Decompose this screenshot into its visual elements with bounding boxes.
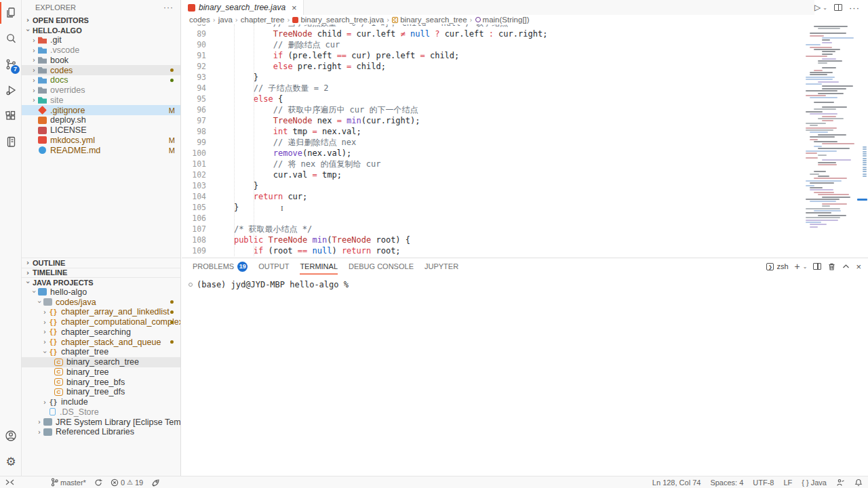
tree-item-overrides[interactable]: ›overrides	[22, 85, 180, 96]
code-line-93[interactable]: 93 }	[182, 72, 804, 83]
tree-item--vscode[interactable]: ›.vscode	[22, 45, 180, 56]
panel-tab-debug-console[interactable]: DEBUG CONSOLE	[349, 258, 414, 274]
panel-tab-output[interactable]: OUTPUT	[258, 258, 289, 274]
tree-item-hello-algo[interactable]: ›hello-algo	[22, 287, 180, 298]
explorer-icon[interactable]	[0, 0, 22, 26]
outline-section[interactable]: › OUTLINE	[22, 258, 180, 268]
tree-item-include[interactable]: ›{}include	[22, 397, 180, 407]
split-editor-icon[interactable]	[834, 4, 842, 11]
tree-item-readme-md[interactable]: README.mdM	[22, 145, 180, 155]
remote-indicator[interactable]	[5, 479, 14, 486]
tree-item-chapter-tree[interactable]: ›{}chapter_tree	[22, 347, 180, 357]
panel-tab-jupyter[interactable]: JUPYTER	[425, 258, 458, 274]
tree-item-binary-tree[interactable]: Cbinary_tree	[22, 367, 180, 378]
code-line-107[interactable]: 107 /* 获取最小结点 */	[182, 224, 804, 235]
tree-item-jre-system-library-eclipse-temurin-17-17-[interactable]: ›JRE System Library [Eclipse Temurin 17 …	[22, 417, 180, 427]
tree-item--git[interactable]: ›.git	[22, 35, 180, 45]
git-branch-status[interactable]: master*	[51, 478, 86, 487]
run-button[interactable]: ▷	[814, 3, 821, 12]
tree-item-license[interactable]: LICENSE	[22, 125, 180, 136]
editor-more-actions-icon[interactable]: ···	[849, 3, 860, 13]
account-icon[interactable]	[0, 423, 22, 449]
tree-item-codes[interactable]: ›codes	[22, 65, 180, 75]
breadcrumb-item-chapter-tree[interactable]: chapter_tree	[241, 16, 285, 24]
code-line-97[interactable]: 97 TreeNode nex = min(cur.right);	[182, 115, 804, 126]
breadcrumb-item-java[interactable]: java	[218, 16, 233, 24]
code-editor[interactable]: 88 // 当子结点数量 = 0 / 1 时， child = null / 该…	[182, 24, 804, 256]
terminal-content[interactable]: (base) jyd@JYD-MBP hello-algo %	[189, 280, 349, 289]
tree-item-deploy-sh[interactable]: deploy.sh	[22, 115, 180, 125]
tree-item-binary-search-tree[interactable]: Cbinary_search_tree	[22, 357, 180, 367]
panel-tab-problems[interactable]: PROBLEMS19	[193, 258, 248, 274]
problems-status[interactable]: 0 ⚠ 19	[111, 479, 143, 487]
tree-item-docs[interactable]: ›docs	[22, 75, 180, 85]
java-projects-section[interactable]: › JAVA PROJECTS	[22, 277, 180, 287]
code-line-95[interactable]: 95 else {	[182, 94, 804, 104]
minimap[interactable]	[804, 24, 856, 256]
search-icon[interactable]	[0, 26, 22, 52]
tree-item-book[interactable]: ›book	[22, 56, 180, 66]
encoding-status[interactable]: UTF-8	[753, 479, 774, 487]
language-mode-status[interactable]: { } Java	[802, 479, 827, 487]
timeline-section[interactable]: › TIMELINE	[22, 268, 180, 278]
terminal-shell-button[interactable]: ❯ zsh	[766, 262, 788, 270]
code-line-105[interactable]: 105 }	[182, 202, 804, 213]
tree-item-binary-tree-dfs[interactable]: Cbinary_tree_dfs	[22, 387, 180, 397]
code-line-104[interactable]: 104 return cur;	[182, 191, 804, 202]
tab-close-icon[interactable]: ×	[292, 3, 297, 13]
panel-tab-terminal[interactable]: TERMINAL	[300, 258, 338, 274]
code-line-102[interactable]: 102 cur.val = tmp;	[182, 169, 804, 180]
code-line-101[interactable]: 101 // 将 nex 的值复制给 cur	[182, 159, 804, 169]
kill-terminal-trash-icon[interactable]	[827, 262, 836, 271]
java-rocket-icon[interactable]	[151, 479, 160, 487]
tree-item-chapter-searching[interactable]: ›{}chapter_searching	[22, 327, 180, 338]
tree-item-binary-tree-bfs[interactable]: Cbinary_tree_bfs	[22, 377, 180, 387]
workspace-root-section[interactable]: › HELLO-ALGO	[22, 25, 180, 35]
code-line-94[interactable]: 94 // 子结点数量 = 2	[182, 83, 804, 94]
tree-item-mkdocs-yml[interactable]: mkdocs.ymlM	[22, 136, 180, 146]
code-line-89[interactable]: 89 TreeNode child = cur.left ≠ null ? cu…	[182, 28, 804, 39]
open-editors-section[interactable]: › OPEN EDITORS	[22, 15, 180, 25]
breadcrumb-item-codes[interactable]: codes	[189, 16, 210, 24]
code-line-106[interactable]: 106	[182, 213, 804, 224]
notifications-bell-icon[interactable]	[854, 478, 863, 487]
breadcrumb-item-main-string-[interactable]: main(String[])	[475, 16, 530, 24]
indentation-status[interactable]: Spaces: 4	[710, 479, 743, 487]
notebook-icon[interactable]	[0, 129, 22, 155]
tab-binary-search-tree[interactable]: binary_search_tree.java ×	[182, 0, 304, 15]
tree-item-referenced-libraries[interactable]: ›Referenced Libraries	[22, 427, 180, 437]
code-line-103[interactable]: 103 }	[182, 180, 804, 191]
breadcrumb-item-binary-search-tree[interactable]: Cbinary_search_tree	[392, 16, 467, 24]
feedback-person-icon[interactable]	[836, 479, 845, 487]
split-terminal-icon[interactable]	[813, 263, 821, 270]
code-line-90[interactable]: 90 // 删除结点 cur	[182, 39, 804, 50]
code-line-99[interactable]: 99 // 递归删除结点 nex	[182, 137, 804, 148]
code-line-96[interactable]: 96 // 获取中序遍历中 cur 的下一个结点	[182, 104, 804, 115]
close-panel-icon[interactable]: ×	[856, 262, 861, 272]
terminal-profile-chevron-icon[interactable]: ⌄	[803, 264, 808, 270]
tree-item-chapter-computational-complexity[interactable]: ›{}chapter_computational_complexity	[22, 317, 180, 327]
settings-gear-icon[interactable]: ⚙	[0, 449, 22, 474]
code-line-108[interactable]: 108 public TreeNode min(TreeNode root) {	[182, 235, 804, 245]
tree-item-codes-java[interactable]: ›codes/java	[22, 297, 180, 307]
tree-item-site[interactable]: ›site	[22, 96, 180, 106]
code-line-92[interactable]: 92 else pre.right = child;	[182, 61, 804, 72]
run-and-debug-icon[interactable]	[0, 77, 22, 103]
code-line-100[interactable]: 100 remove(nex.val);	[182, 148, 804, 159]
code-line-109[interactable]: 109 if (root == null) return root;	[182, 245, 804, 256]
cursor-position-status[interactable]: Ln 128, Col 74	[652, 479, 701, 487]
eol-status[interactable]: LF	[784, 479, 793, 487]
sync-icon[interactable]	[94, 479, 102, 487]
tree-item--gitignore[interactable]: .gitignoreM	[22, 105, 180, 115]
breadcrumb-item-binary-search-tree-java[interactable]: binary_search_tree.java	[292, 16, 384, 24]
maximize-panel-chevron-up-icon[interactable]	[842, 264, 850, 269]
tree-item-chapter-stack-and-queue[interactable]: ›{}chapter_stack_and_queue	[22, 337, 180, 347]
extensions-icon[interactable]	[0, 103, 22, 129]
new-terminal-icon[interactable]: +	[795, 261, 800, 272]
tree-item-chapter-array-and-linkedlist[interactable]: ›{}chapter_array_and_linkedlist	[22, 307, 180, 317]
code-line-98[interactable]: 98 int tmp = nex.val;	[182, 126, 804, 137]
tree-item--ds-store[interactable]: .DS_Store	[22, 407, 180, 418]
run-dropdown-chevron-icon[interactable]: ⌄	[823, 5, 827, 11]
explorer-more-actions-icon[interactable]: ···	[163, 3, 174, 12]
source-control-icon[interactable]: 7	[0, 52, 22, 77]
